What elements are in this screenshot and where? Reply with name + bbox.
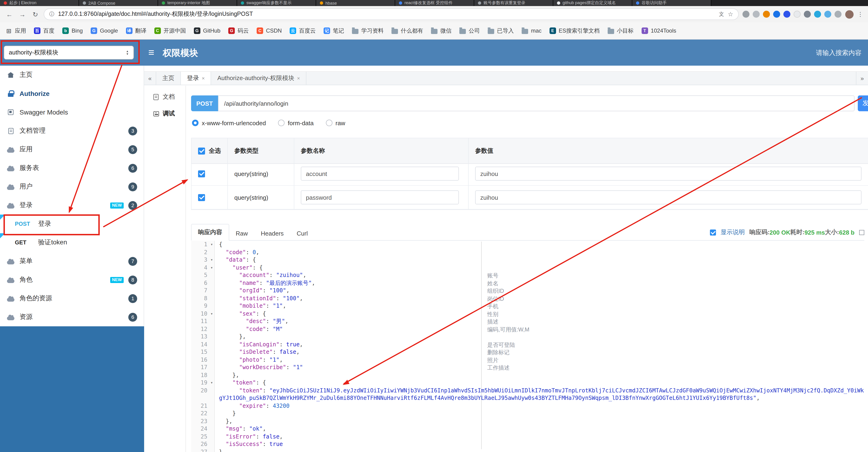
google-extension-icon[interactable] xyxy=(763,11,770,18)
profile-avatar[interactable] xyxy=(845,10,854,19)
refresh-icon[interactable]: ↻ xyxy=(31,10,40,18)
rail-item[interactable]: 文档 xyxy=(144,88,186,105)
fold-caret-icon[interactable] xyxy=(210,310,213,317)
sidebar-item[interactable]: 登录 NEW 2 xyxy=(0,196,144,215)
doc-tab[interactable]: Authorize-authority-权限模块 xyxy=(211,72,307,85)
select-spinner-icon[interactable] xyxy=(124,50,131,55)
search-input[interactable] xyxy=(759,47,862,59)
browser-tab[interactable]: 2AB Compose xyxy=(79,0,158,6)
url-text[interactable]: 127.0.0.1:8760/api/gate/doc.html#/author… xyxy=(58,10,715,18)
sidebar-item[interactable]: 文档管理 NEW 3 xyxy=(0,121,144,140)
param-value-input[interactable] xyxy=(475,190,862,204)
tab-scroll-right-icon[interactable]: » xyxy=(856,72,868,85)
content-type-radio[interactable]: raw xyxy=(326,119,345,126)
browser-tab[interactable]: hbase xyxy=(316,0,395,6)
bookmark-item[interactable]: 1024Tools xyxy=(642,27,676,34)
bookmark-item[interactable]: 码云 xyxy=(228,27,249,35)
jpg-extension-icon[interactable] xyxy=(783,11,790,18)
send-button[interactable]: 发 xyxy=(858,95,868,111)
bookmark-item[interactable]: 学习资料 xyxy=(352,27,383,35)
address-bar[interactable]: ⓘ 127.0.0.1:8760/api/gate/doc.html#/auth… xyxy=(44,8,739,20)
bookmark-item[interactable]: 什么都有 xyxy=(392,27,423,35)
fold-caret-icon[interactable] xyxy=(210,264,213,272)
doc-tab[interactable]: 主页 xyxy=(156,72,181,85)
forward-icon[interactable]: → xyxy=(18,10,27,18)
response-tab[interactable]: 响应内容 xyxy=(191,224,229,241)
bookmark-star-icon[interactable]: ☆ xyxy=(728,11,733,18)
sidebar-item[interactable]: 角色的资源 NEW 1 xyxy=(0,289,144,308)
bookmark-item[interactable]: 公司 xyxy=(459,27,480,35)
clock-extension-icon[interactable] xyxy=(753,11,760,18)
browser-tab[interactable]: react修改复选框 受控组件 xyxy=(395,0,474,6)
content-type-radio[interactable]: x-www-form-urlencoded xyxy=(192,119,266,126)
translate-page-icon[interactable]: 文 xyxy=(719,11,724,18)
browser-tab[interactable]: 账号参数有误重复登录 xyxy=(474,0,553,6)
tab-scroll-left-icon[interactable]: « xyxy=(144,72,156,85)
response-tab[interactable]: Headers xyxy=(254,226,290,241)
fold-caret-icon[interactable] xyxy=(210,256,213,264)
apps-grid-extension-icon[interactable] xyxy=(835,11,841,18)
sidebar-item[interactable]: 角色 NEW 8 xyxy=(0,271,144,289)
browser-tab[interactable]: 谷歌访问助手 xyxy=(632,0,711,6)
bookmark-item[interactable]: 已导入 xyxy=(488,27,514,35)
sidebar-item[interactable]: Authorize NEW xyxy=(0,84,144,103)
select-all-checkbox[interactable] xyxy=(198,147,205,154)
white-extension-icon[interactable] xyxy=(794,11,801,18)
response-tab[interactable]: Curl xyxy=(290,226,314,241)
doc-tab[interactable]: 登录 xyxy=(181,72,211,85)
bookmark-item[interactable]: 微信 xyxy=(431,27,452,35)
sidebar-item[interactable]: 主页 NEW xyxy=(0,66,144,84)
sidebar-item[interactable]: GET 验证token NEW xyxy=(0,233,144,252)
response-tab[interactable]: Raw xyxy=(229,226,254,241)
close-tab-icon[interactable] xyxy=(297,76,300,81)
fold-caret-icon[interactable] xyxy=(210,379,213,387)
fold-caret-icon[interactable] xyxy=(210,241,213,248)
bookmark-item[interactable]: Google xyxy=(91,27,118,34)
line-number: 26 xyxy=(191,440,214,448)
sidebar-item[interactable]: 菜单 NEW 7 xyxy=(0,252,144,271)
bookmark-item[interactable]: 百度云 xyxy=(290,27,316,35)
browser-tab[interactable]: temporary-interior 地图 xyxy=(158,0,237,6)
show-description-checkbox[interactable] xyxy=(710,229,716,235)
lantern-extension-icon[interactable] xyxy=(814,11,821,18)
row-checkbox[interactable] xyxy=(198,170,205,177)
bookmark-item[interactable]: 百度 xyxy=(34,27,54,35)
bookmark-item[interactable]: 翻译 xyxy=(126,27,146,35)
translate-extension-icon[interactable] xyxy=(742,11,749,18)
sidebar-item[interactable]: 用户 NEW 9 xyxy=(0,177,144,196)
page-info-icon[interactable]: ⓘ xyxy=(49,11,54,18)
hamburger-menu-icon[interactable] xyxy=(148,46,154,60)
rail-item[interactable]: 调试 xyxy=(144,105,186,122)
bookmark-item[interactable]: 开源中国 xyxy=(154,27,186,35)
fullscreen-icon[interactable] xyxy=(859,230,864,235)
browser-menu-icon[interactable]: ⋮ xyxy=(857,11,863,18)
bookmark-item[interactable]: GitHub xyxy=(194,27,220,34)
param-name-input[interactable] xyxy=(301,167,459,180)
bookmark-item[interactable]: mac xyxy=(522,27,541,34)
bookmark-item[interactable]: ES搜索引擎文档 xyxy=(550,27,600,35)
sidebar-item[interactable]: 应用 NEW 5 xyxy=(0,140,144,159)
content-type-radio[interactable]: form-data xyxy=(278,119,314,126)
back-icon[interactable]: ← xyxy=(5,10,14,18)
row-checkbox[interactable] xyxy=(198,194,205,201)
shield-extension-icon[interactable] xyxy=(804,11,811,18)
bookmark-item[interactable]: Bing xyxy=(62,27,83,34)
sidebar-item[interactable]: POST 登录 NEW xyxy=(0,215,144,233)
bookmark-item[interactable]: 应用 xyxy=(6,27,26,35)
sidebar-item[interactable]: Swagger Models NEW xyxy=(0,103,144,121)
bookmark-item[interactable]: 小目标 xyxy=(608,27,634,35)
browser-tab[interactable]: github pages绑定自定义域名 xyxy=(553,0,632,6)
snowflake-extension-icon[interactable] xyxy=(824,11,831,18)
param-value-input[interactable] xyxy=(475,167,862,180)
close-tab-icon[interactable] xyxy=(202,76,205,81)
bookmark-item[interactable]: CSDN xyxy=(257,27,282,34)
browser-tab[interactable]: 起步 | Electron xyxy=(0,0,79,6)
sidebar-item[interactable]: 资源 NEW 6 xyxy=(0,308,144,326)
sidebar-item[interactable]: 服务表 NEW 6 xyxy=(0,159,144,177)
request-url-field[interactable]: /api/authority/anno/login xyxy=(218,95,855,111)
module-select[interactable]: authority-权限模块 xyxy=(4,46,134,60)
browser-tab[interactable]: swagger响应参数不显示 xyxy=(237,0,316,6)
bookmark-item[interactable]: 笔记 xyxy=(323,27,344,35)
param-name-input[interactable] xyxy=(301,190,459,204)
drive-extension-icon[interactable] xyxy=(773,11,780,18)
